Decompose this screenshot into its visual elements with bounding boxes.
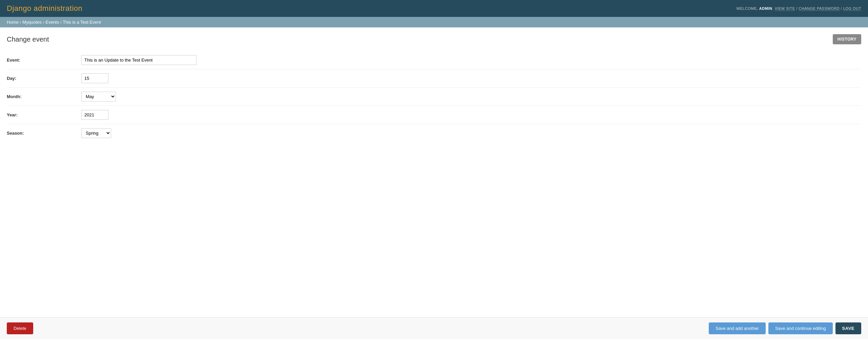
- log-out-link[interactable]: LOG OUT: [843, 6, 861, 11]
- change-password-link[interactable]: CHANGE PASSWORD: [799, 6, 840, 11]
- breadcrumb-home[interactable]: Home: [7, 20, 19, 25]
- season-field-row: Season: SpringSummerAutumnWinter: [7, 124, 861, 142]
- month-field-row: Month: JanuaryFebruaryMarchAprilMayJuneJ…: [7, 87, 861, 106]
- season-input-wrapper: SpringSummerAutumnWinter: [81, 128, 111, 138]
- user-greeting: WELCOME,: [736, 6, 758, 10]
- user-tools: WELCOME, ADMIN. VIEW SITE / CHANGE PASSW…: [736, 6, 861, 10]
- site-header: Django administration WELCOME, ADMIN. VI…: [0, 0, 868, 17]
- breadcrumbs: Home › Myquotes › Events › This is a Tes…: [0, 17, 868, 27]
- breadcrumb-current: This is a Test Event: [63, 20, 101, 25]
- day-field-row: Day:: [7, 69, 861, 87]
- event-input[interactable]: [81, 55, 197, 65]
- user-name: ADMIN: [759, 6, 772, 10]
- month-select[interactable]: JanuaryFebruaryMarchAprilMayJuneJulyAugu…: [81, 92, 116, 101]
- change-event-form: Event: Day: Month: JanuaryFebruaryMarchA…: [7, 51, 861, 169]
- month-input-wrapper: JanuaryFebruaryMarchAprilMayJuneJulyAugu…: [81, 92, 116, 101]
- history-button[interactable]: HISTORY: [833, 34, 861, 44]
- day-input[interactable]: [81, 73, 108, 83]
- year-input-wrapper: [81, 110, 108, 120]
- day-input-wrapper: [81, 73, 108, 83]
- event-label: Event:: [7, 58, 81, 63]
- page-title-row: Change event HISTORY: [7, 34, 861, 44]
- page-title: Change event: [7, 36, 49, 43]
- season-label: Season:: [7, 131, 81, 136]
- season-select[interactable]: SpringSummerAutumnWinter: [81, 128, 111, 138]
- year-label: Year:: [7, 112, 81, 117]
- day-label: Day:: [7, 76, 81, 81]
- month-label: Month:: [7, 94, 81, 99]
- submit-row: Delete Save and add another Save and con…: [0, 317, 868, 322]
- site-name: Django administration: [7, 4, 82, 13]
- year-field-row: Year:: [7, 106, 861, 124]
- content-main: Change event HISTORY Event: Day: Month: …: [0, 27, 868, 322]
- breadcrumb-model[interactable]: Events: [45, 20, 59, 25]
- event-input-wrapper: [81, 55, 197, 65]
- event-field-row: Event:: [7, 51, 861, 69]
- view-site-link[interactable]: VIEW SITE: [775, 6, 795, 11]
- breadcrumb-app[interactable]: Myquotes: [22, 20, 41, 25]
- year-input[interactable]: [81, 110, 108, 120]
